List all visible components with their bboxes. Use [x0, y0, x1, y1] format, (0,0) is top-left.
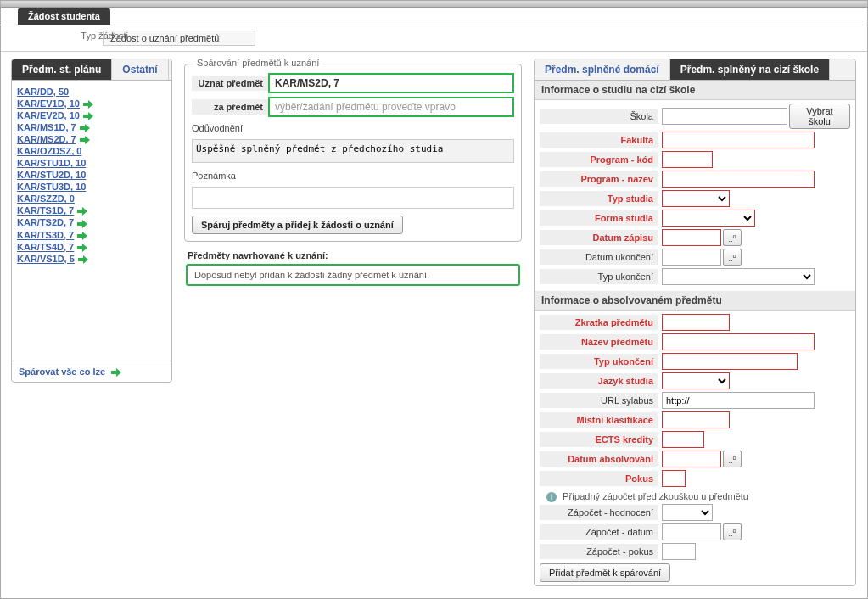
reason-label: Odůvodnění: [192, 120, 248, 136]
recognize-input[interactable]: KAR/MS2D, 7: [268, 73, 514, 93]
subject-name-label: Název předmětu: [540, 334, 658, 350]
tab-other[interactable]: Ostatní: [112, 59, 168, 80]
outer-tab-request[interactable]: Žádost studenta: [18, 8, 110, 25]
arrow-right-icon[interactable]: [78, 255, 90, 264]
subject-link[interactable]: KAR/EV1D, 10: [17, 98, 80, 109]
choose-school-button[interactable]: Vybrat školu: [789, 104, 850, 129]
credit-eval-label: Zápočet - hodnocení: [540, 505, 658, 520]
for-subject-input[interactable]: výběr/zadání předmětu proveďte vpravo: [268, 97, 514, 117]
app-window: Žádost studenta Typ žádosti Žádost o uzn…: [0, 0, 868, 599]
faculty-input[interactable]: [662, 132, 815, 148]
right-tabs: Předm. splněné domácí Předm. splněný na …: [535, 59, 855, 81]
reason-textarea[interactable]: Úspěšně splněný předmět z předchozího st…: [192, 139, 514, 163]
program-code-input[interactable]: [662, 151, 713, 168]
study-form-select[interactable]: [662, 210, 755, 227]
subject-item: KAR/EV1D, 10: [17, 98, 166, 109]
subject-link[interactable]: KAR/STU1D, 10: [17, 158, 86, 168]
ects-label: ECTS kredity: [540, 432, 658, 447]
credit-attempt-label: Zápočet - pokus: [540, 544, 658, 559]
foreign-study-form: Škola Vybrat školu Fakulta Program - kód…: [535, 100, 855, 291]
proposed-title: Předměty navrhované k uznání:: [179, 247, 527, 264]
info-icon: i: [546, 492, 557, 502]
program-name-input[interactable]: [662, 171, 815, 188]
section-completed-subject: Informace o absolvovaném předmětu: [535, 291, 855, 311]
local-class-input[interactable]: [662, 411, 730, 428]
calendar-icon[interactable]: ..o: [723, 523, 742, 540]
subject-link[interactable]: KAR/TS4D, 7: [17, 242, 74, 252]
ects-input[interactable]: [662, 431, 704, 448]
credit-info-row: i Případný zápočet před zkouškou u předm…: [540, 490, 850, 504]
subject-link[interactable]: KAR/EV2D, 10: [17, 110, 80, 120]
language-select[interactable]: [662, 372, 730, 389]
calendar-icon[interactable]: ..o: [723, 229, 742, 246]
subject-item: KAR/STU1D, 10: [17, 157, 166, 169]
tab-foreign-completed[interactable]: Předm. splněný na cizí škole: [670, 59, 830, 80]
subject-link[interactable]: KAR/TS1D, 7: [17, 205, 74, 216]
url-input[interactable]: [662, 392, 815, 409]
subject-link[interactable]: KAR/STU3D, 10: [17, 182, 86, 192]
subject-item: KAR/MS1D, 7: [17, 121, 166, 133]
subject-link[interactable]: KAR/MS2D, 7: [17, 134, 76, 144]
subject-item: KAR/SZZD, 0: [17, 193, 166, 204]
arrow-right-icon[interactable]: [77, 232, 89, 240]
pair-and-add-button[interactable]: Spáruj předměty a přidej k žádosti o uzn…: [192, 216, 403, 234]
end-type-select[interactable]: [662, 268, 815, 285]
calendar-icon[interactable]: ..o: [723, 451, 742, 467]
arrow-right-icon[interactable]: [80, 136, 92, 144]
arrow-right-icon: [111, 368, 123, 377]
attempt-label: Pokus: [540, 471, 658, 486]
right-panel: Předm. splněné domácí Předm. splněný na …: [534, 59, 856, 586]
abbr-label: Zkratka předmětu: [540, 315, 658, 330]
calendar-icon[interactable]: ..o: [723, 249, 742, 266]
credit-info-text: Případný zápočet před zkouškou u předmět…: [563, 491, 748, 501]
note-textarea[interactable]: [192, 187, 514, 209]
arrow-right-icon[interactable]: [80, 124, 92, 132]
completion-type-input[interactable]: [662, 353, 798, 370]
subject-link[interactable]: KAR/MS1D, 7: [17, 122, 76, 132]
subject-link[interactable]: KAR/VS1D, 5: [17, 254, 75, 264]
subject-name-input[interactable]: [662, 333, 815, 350]
subject-link[interactable]: KAR/TS3D, 7: [17, 230, 74, 240]
credit-eval-select[interactable]: [662, 504, 713, 521]
proposed-empty-box: Doposud nebyl přidán k žádosti žádný pře…: [186, 264, 520, 286]
url-label: URL sylabus: [540, 393, 658, 408]
credit-attempt-input[interactable]: [662, 543, 696, 560]
subject-item: KAR/TS2D, 7: [17, 216, 166, 228]
arrow-right-icon[interactable]: [77, 220, 89, 228]
language-label: Jazyk studia: [540, 373, 658, 389]
arrow-right-icon[interactable]: [77, 207, 89, 216]
subject-link[interactable]: KAR/DD, 50: [17, 87, 69, 97]
end-date-input[interactable]: [662, 249, 721, 266]
abbr-input[interactable]: [662, 314, 730, 331]
left-tabs: Předm. st. plánu Ostatní: [12, 59, 171, 81]
window-chrome: [1, 1, 867, 8]
recognize-label: Uznat předmět: [192, 76, 268, 91]
subject-link[interactable]: KAR/SZZD, 0: [17, 193, 75, 204]
school-input[interactable]: [662, 108, 787, 125]
subject-link[interactable]: KAR/OZDSZ, 0: [17, 146, 81, 156]
school-label: Škola: [540, 109, 658, 124]
tab-domestic-completed[interactable]: Předm. splněné domácí: [535, 59, 670, 80]
credit-date-input[interactable]: [662, 523, 721, 540]
study-type-label: Typ studia: [540, 191, 658, 206]
end-type-label: Typ ukončení: [540, 269, 658, 284]
arrow-right-icon[interactable]: [83, 100, 95, 109]
subject-item: KAR/TS1D, 7: [17, 204, 166, 216]
date-completed-input[interactable]: [662, 451, 721, 467]
enroll-date-input[interactable]: [662, 229, 721, 246]
subject-item: KAR/STU3D, 10: [17, 181, 166, 193]
pair-all-button[interactable]: Spárovat vše co lze: [12, 361, 171, 382]
subject-list[interactable]: KAR/DD, 50KAR/EV1D, 10KAR/EV2D, 10KAR/MS…: [12, 81, 171, 361]
subject-link[interactable]: KAR/STU2D, 10: [17, 170, 86, 180]
add-subject-button[interactable]: Přidat předmět k spárování: [540, 563, 670, 582]
program-code-label: Program - kód: [540, 152, 658, 167]
arrow-right-icon[interactable]: [77, 244, 89, 252]
subject-link[interactable]: KAR/TS2D, 7: [17, 217, 74, 227]
program-name-label: Program - nazev: [540, 171, 658, 187]
arrow-right-icon[interactable]: [83, 112, 95, 120]
date-completed-label: Datum absolvování: [540, 451, 658, 467]
study-type-select[interactable]: [662, 190, 730, 207]
tab-plan-subjects[interactable]: Předm. st. plánu: [12, 59, 112, 80]
attempt-input[interactable]: [662, 470, 686, 487]
content-area: Předm. st. plánu Ostatní KAR/DD, 50KAR/E…: [1, 52, 867, 593]
